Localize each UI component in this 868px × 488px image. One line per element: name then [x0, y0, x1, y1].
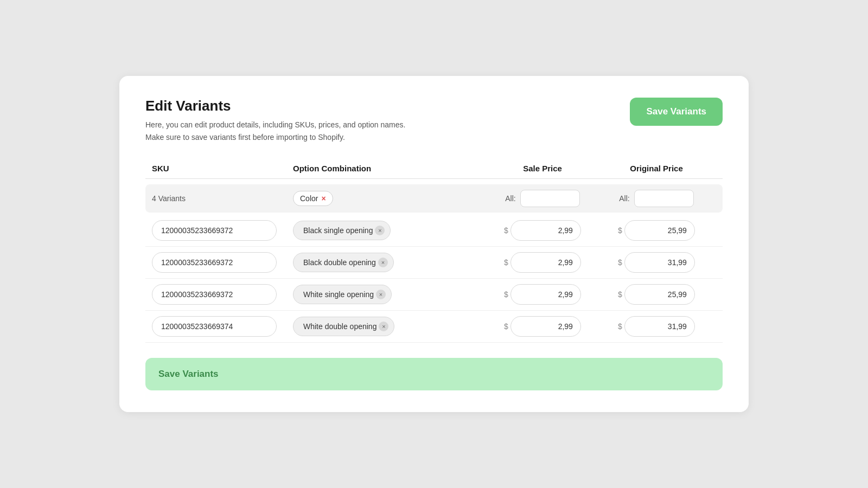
- option-tag-0: Black single opening ×: [293, 221, 391, 240]
- variants-table: SKU Option Combination Sale Price Origin…: [145, 158, 723, 343]
- table-row: White double opening × $ $: [145, 311, 723, 343]
- subtitle: Here, you can edit product details, incl…: [145, 119, 405, 143]
- option-cell-2: White single opening ×: [293, 285, 488, 304]
- original-price-input-0[interactable]: [624, 220, 695, 241]
- option-tag-remove-icon-2[interactable]: ×: [376, 290, 386, 299]
- sale-price-sym-0: $: [504, 226, 508, 235]
- option-tag-label-0: Black single opening: [303, 226, 373, 235]
- sale-price-input-3[interactable]: [510, 316, 581, 337]
- option-cell-3: White double opening ×: [293, 317, 488, 336]
- sale-price-input-0[interactable]: [510, 220, 581, 241]
- table-row: Black double opening × $ $: [145, 247, 723, 279]
- option-tag-remove-icon-3[interactable]: ×: [379, 322, 388, 331]
- color-tag-remove-icon[interactable]: ×: [321, 194, 326, 203]
- original-price-input-1[interactable]: [624, 252, 695, 273]
- sku-input-3[interactable]: [152, 316, 277, 337]
- option-tag-remove-icon-1[interactable]: ×: [378, 258, 388, 267]
- save-variants-top-button[interactable]: Save Variants: [630, 98, 723, 126]
- original-price-sym-3: $: [618, 322, 622, 331]
- sku-input-0[interactable]: [152, 220, 277, 241]
- option-tag-1: Black double opening ×: [293, 253, 394, 272]
- save-variants-bottom-button[interactable]: Save Variants: [145, 358, 723, 390]
- option-tag-label-1: Black double opening: [303, 258, 376, 267]
- sale-price-input-1[interactable]: [510, 252, 581, 273]
- sale-price-cell-1: $: [488, 252, 597, 273]
- header-original-price: Original Price: [597, 164, 716, 173]
- all-original-price-cell: All:: [597, 190, 716, 207]
- table-row: White single opening × $ $: [145, 279, 723, 311]
- sku-cell-0: [152, 220, 293, 241]
- all-sale-price-input[interactable]: [520, 190, 580, 207]
- table-row: Black single opening × $ $: [145, 215, 723, 247]
- option-cell-0: Black single opening ×: [293, 221, 488, 240]
- sku-cell-3: [152, 316, 293, 337]
- original-price-input-2[interactable]: [624, 284, 695, 305]
- all-sale-price-cell: All:: [488, 190, 597, 207]
- sale-price-input-2[interactable]: [510, 284, 581, 305]
- option-tag-3: White double opening ×: [293, 317, 394, 336]
- original-price-cell-3: $: [597, 316, 716, 337]
- sale-price-cell-3: $: [488, 316, 597, 337]
- variant-count-label: 4 Variants: [152, 194, 293, 203]
- original-price-cell-0: $: [597, 220, 716, 241]
- color-tag-label: Color: [300, 194, 318, 203]
- original-price-sym-2: $: [618, 290, 622, 299]
- option-tag-2: White single opening ×: [293, 285, 392, 304]
- sale-price-sym-3: $: [504, 322, 508, 331]
- original-price-cell-1: $: [597, 252, 716, 273]
- color-filter-tag[interactable]: Color ×: [293, 191, 333, 206]
- header-row: Edit Variants Here, you can edit product…: [145, 98, 723, 143]
- sale-price-cell-0: $: [488, 220, 597, 241]
- table-header: SKU Option Combination Sale Price Origin…: [145, 158, 723, 179]
- sale-price-cell-2: $: [488, 284, 597, 305]
- subtitle-line2: Make sure to save variants first before …: [145, 133, 345, 142]
- sku-cell-2: [152, 284, 293, 305]
- header-text: Edit Variants Here, you can edit product…: [145, 98, 405, 143]
- sale-price-sym-1: $: [504, 258, 508, 267]
- page-title: Edit Variants: [145, 98, 405, 114]
- option-tag-remove-icon-0[interactable]: ×: [375, 226, 385, 235]
- sale-price-sym-2: $: [504, 290, 508, 299]
- option-cell-1: Black double opening ×: [293, 253, 488, 272]
- sku-input-2[interactable]: [152, 284, 277, 305]
- original-price-cell-2: $: [597, 284, 716, 305]
- aggregate-row: 4 Variants Color × All: All:: [145, 184, 723, 213]
- sku-input-1[interactable]: [152, 252, 277, 273]
- original-price-sym-1: $: [618, 258, 622, 267]
- subtitle-line1: Here, you can edit product details, incl…: [145, 120, 405, 129]
- option-tag-label-2: White single opening: [303, 290, 374, 299]
- variant-rows-container: Black single opening × $ $ Black double …: [145, 215, 723, 343]
- all-sale-label: All:: [505, 190, 579, 207]
- option-tag-label-3: White double opening: [303, 322, 376, 331]
- original-price-input-3[interactable]: [624, 316, 695, 337]
- header-sku: SKU: [152, 164, 293, 173]
- all-original-price-input[interactable]: [634, 190, 694, 207]
- header-sale-price: Sale Price: [488, 164, 597, 173]
- original-price-sym-0: $: [618, 226, 622, 235]
- header-option: Option Combination: [293, 164, 488, 173]
- color-tag-cell: Color ×: [293, 191, 488, 206]
- all-original-label: All:: [619, 190, 693, 207]
- edit-variants-card: Edit Variants Here, you can edit product…: [119, 76, 749, 412]
- sku-cell-1: [152, 252, 293, 273]
